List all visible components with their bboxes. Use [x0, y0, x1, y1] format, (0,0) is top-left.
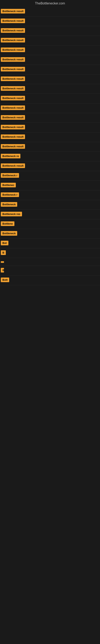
list-item[interactable]: Bottleneck result: [0, 46, 100, 55]
bottleneck-result-badge: Bottleneck res: [1, 212, 22, 216]
list-item[interactable]: Bottleneck re: [0, 152, 100, 162]
list-item[interactable]: Bottleneck result: [0, 26, 100, 36]
bottleneck-result-badge: B: [1, 250, 6, 255]
bottleneck-result-badge: Bottleneck result: [1, 9, 25, 14]
bottleneck-result-badge: Bottleneck result: [1, 96, 25, 100]
bottleneck-result-badge: Bottleneck result: [1, 38, 25, 42]
list-item[interactable]: Bottleneck result: [0, 16, 100, 26]
list-item[interactable]: Bottlenec: [0, 181, 100, 190]
list-item[interactable]: Bottleneck result: [0, 7, 100, 16]
list-item[interactable]: Bottleneck r: [0, 171, 100, 181]
list-item[interactable]: Bott: [0, 276, 100, 285]
list-item[interactable]: B: [0, 266, 100, 276]
list-item[interactable]: Bottleneck: [0, 200, 100, 210]
bottleneck-result-badge: Bottleneck result: [1, 67, 25, 72]
list-item[interactable]: Bottleneck: [0, 229, 100, 239]
bottleneck-result-badge: Bottleneck result: [1, 134, 25, 139]
bottleneck-result-badge: Bottleneck result: [1, 28, 25, 33]
bottleneck-result-badge: Bottleneck result: [1, 144, 25, 149]
bottleneck-result-badge: Bottleneck: [1, 231, 17, 236]
list-item[interactable]: Bottleneck result: [0, 142, 100, 152]
list-item[interactable]: Bottleneck result: [0, 65, 100, 74]
list-item[interactable]: Bottleneck result: [0, 74, 100, 84]
list-item[interactable]: Bottleneck result: [0, 55, 100, 65]
bottleneck-result-badge: Bottlene: [1, 222, 14, 226]
list-item[interactable]: Bottleneck result: [0, 104, 100, 113]
list-item[interactable]: Bottleneck result: [0, 132, 100, 142]
bottleneck-result-badge: Bottleneck result: [1, 164, 25, 168]
bottleneck-result-badge: Bottleneck result: [1, 76, 25, 81]
list-item[interactable]: Bot: [0, 239, 100, 248]
bottleneck-result-badge: Bottleneck r: [1, 192, 19, 197]
list-item[interactable]: Bottleneck result: [0, 94, 100, 104]
bottleneck-result-badge: Bottleneck result: [1, 57, 25, 62]
bottleneck-result-badge: [1, 261, 4, 263]
bottleneck-result-badge: Bottleneck result: [1, 48, 25, 52]
list-item[interactable]: Bottleneck res: [0, 210, 100, 219]
bottleneck-result-badge: Bott: [1, 278, 9, 282]
list-item[interactable]: Bottleneck result: [0, 84, 100, 94]
list-item[interactable]: Bottleneck result: [0, 36, 100, 46]
bottleneck-result-badge: Bottleneck result: [1, 125, 25, 130]
bottleneck-result-badge: Bottleneck result: [1, 86, 25, 91]
bottleneck-result-badge: B: [1, 268, 4, 272]
list-item[interactable]: [0, 258, 100, 266]
bottleneck-result-badge: Bottleneck r: [1, 173, 19, 178]
list-item[interactable]: Bottleneck r: [0, 190, 100, 200]
list-item[interactable]: B: [0, 248, 100, 258]
bottleneck-result-badge: Bot: [1, 241, 8, 245]
bottleneck-result-badge: Bottleneck result: [1, 115, 25, 120]
list-item[interactable]: Bottleneck result: [0, 123, 100, 132]
list-item[interactable]: Bottleneck result: [0, 162, 100, 171]
list-item[interactable]: Bottlene: [0, 219, 100, 229]
bottleneck-result-badge: Bottleneck result: [1, 106, 25, 110]
bottleneck-result-badge: Bottleneck: [1, 202, 17, 207]
bottleneck-result-badge: Bottlenec: [1, 183, 16, 187]
bottleneck-result-badge: Bottleneck result: [1, 18, 25, 23]
bottleneck-result-badge: Bottleneck re: [1, 154, 20, 158]
site-title: TheBottlenecker.com: [0, 0, 100, 7]
list-item[interactable]: Bottleneck result: [0, 113, 100, 123]
